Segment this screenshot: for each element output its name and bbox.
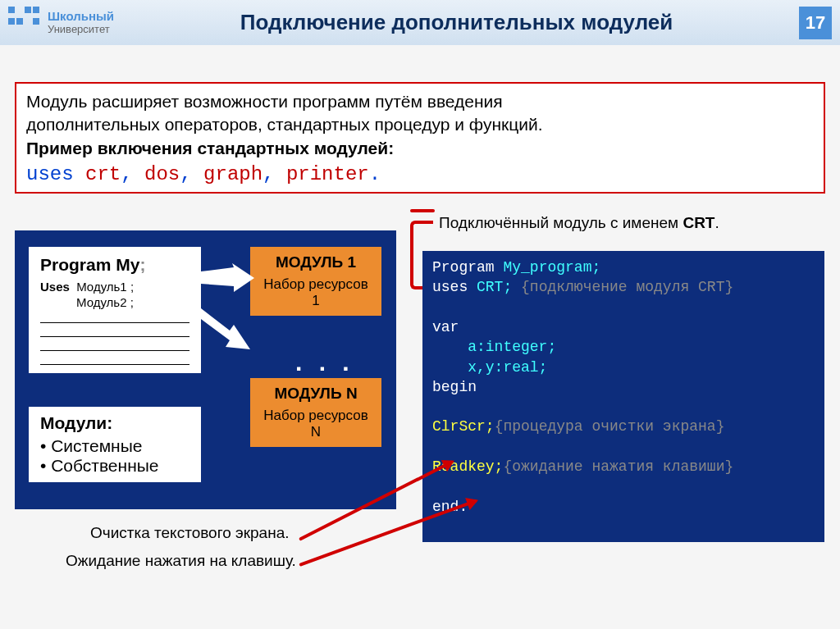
module-type-system: • Системные xyxy=(40,436,189,456)
intro-text: Модуль расширяет возможности программ пу… xyxy=(26,90,814,160)
intro-code: uses crt, dos, graph, printer. xyxy=(26,163,814,185)
module-1-card: МОДУЛЬ 1 Набор ресурсов 1 xyxy=(250,247,381,316)
page-number-badge: 17 xyxy=(799,7,832,39)
code-panel: Program My_program; uses CRT; {подключен… xyxy=(422,251,824,542)
logo-text-bottom: Университет xyxy=(48,23,110,35)
logo-icon xyxy=(8,7,41,39)
slide-title: Подключение дополнительных модулей xyxy=(114,10,799,35)
logo-text-top: Школьный xyxy=(48,9,114,23)
ellipsis: . . . xyxy=(295,349,354,376)
diagram-area: Подключённый модуль с именем CRT. Progra… xyxy=(8,214,832,567)
svg-marker-0 xyxy=(201,263,254,292)
intro-example-label: Пример включения стандартных модулей: xyxy=(26,139,394,157)
module-n-card: МОДУЛЬ N Набор ресурсов N xyxy=(250,378,381,447)
readkey-caption: Ожидание нажатия на клавишу. xyxy=(66,552,296,570)
logo: Школьный Университет xyxy=(8,7,114,39)
program-card: Program My; Uses Модуль1 ; Модуль2 ; xyxy=(29,247,201,373)
module-type-custom: • Собственные xyxy=(40,456,189,476)
program-title: Program My; xyxy=(40,255,189,275)
logo-text: Школьный Университет xyxy=(48,10,114,35)
intro-box: Модуль расширяет возможности программ пу… xyxy=(15,82,825,194)
arrow-icon xyxy=(201,263,254,296)
arrow-icon xyxy=(201,304,254,353)
crt-annotation: Подключённый модуль с именем CRT. xyxy=(439,214,719,232)
modules-card: Модули: • Системные • Собственные xyxy=(29,407,201,482)
slide-content: Модуль расширяет возможности программ пу… xyxy=(0,45,840,575)
svg-marker-1 xyxy=(201,308,250,349)
slide-header: Школьный Университет Подключение дополни… xyxy=(0,0,840,45)
clrscr-caption: Очистка текстового экрана. xyxy=(90,524,290,542)
